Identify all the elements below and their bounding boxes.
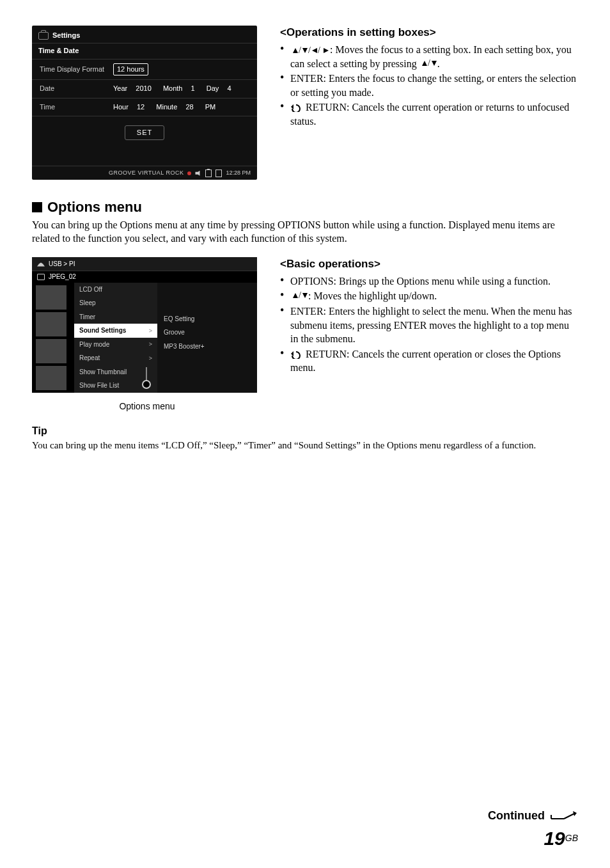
page-number: 19GB: [544, 826, 578, 852]
speaker-icon: [195, 171, 201, 176]
hour-label: Hour: [113, 102, 129, 112]
menu-item-label: Sound Settings: [79, 326, 126, 335]
basic-ops-b2-tail: : Moves the highlight up/down.: [308, 290, 437, 301]
set-button: SET: [125, 125, 164, 140]
menu-item-label: Play mode: [79, 340, 109, 349]
battery-icon: [205, 170, 212, 177]
options-screenshot: USB > PI JPEG_02 LCD Off Sleep Timer Sou…: [32, 257, 257, 393]
ops-list: ///: Moves the focus to a setting box. I…: [280, 43, 578, 129]
continued-label: Continued: [488, 808, 545, 823]
menu-item-highlight: Sound Settings>: [74, 324, 157, 338]
minute-value: 28: [185, 102, 193, 112]
basic-ops-item-arrows: /: Moves the highlight up/down.: [280, 289, 578, 303]
black-square-icon: [32, 202, 42, 212]
chevron-right-icon: >: [149, 340, 152, 348]
thumbnail: [36, 339, 66, 363]
page-number-value: 19: [544, 828, 565, 849]
status-clock: 12:28 PM: [226, 169, 251, 177]
ops-item-enter: ENTER: Enters the focus to change the se…: [280, 72, 578, 99]
status-bar: GROOVE VIRTUAL ROCK 12:28 PM: [32, 166, 257, 180]
screen-icon: [215, 170, 222, 177]
settings-screenshot: Settings Time & Date Time Display Format…: [32, 26, 257, 180]
thumbnail: [36, 366, 66, 390]
svg-text:/: /: [428, 58, 430, 67]
menu-item: Repeat>: [74, 351, 157, 365]
settings-title: Settings: [52, 31, 80, 40]
svg-text:/: /: [299, 290, 301, 299]
crumb2: JPEG_02: [49, 272, 76, 281]
day-value: 4: [227, 84, 231, 93]
folder-icon: [37, 274, 45, 280]
thumbnail-strip: [32, 283, 74, 393]
svg-point-6: [292, 357, 293, 358]
chevron-right-icon: >: [149, 354, 152, 362]
basic-ops-item-return: RETURN: Cancels the current operation or…: [280, 347, 578, 375]
record-icon: [187, 171, 191, 175]
ops-heading: <Operations in setting boxes>: [280, 26, 578, 40]
menu-item: Sleep: [74, 296, 157, 310]
basic-ops-b4-text: RETURN: Cancels the current operation or…: [290, 349, 561, 374]
ops-item-return: RETURN: Cancels the current operation or…: [280, 100, 578, 128]
basic-ops-item-enter: ENTER: Enters the highlight to select th…: [280, 304, 578, 346]
month-value: 1: [191, 84, 195, 93]
thumbnail: [36, 285, 66, 310]
submenu-item: Groove: [157, 326, 257, 340]
month-label: Month: [163, 84, 183, 93]
svg-text:/: /: [299, 45, 301, 54]
options-caption: Options menu: [32, 400, 262, 413]
ops-b1-tail2: .: [437, 58, 440, 69]
submenu-item: EQ Setting: [157, 312, 257, 326]
minute-label: Minute: [156, 102, 177, 112]
svg-text:/: /: [318, 45, 320, 54]
basic-ops-list: OPTIONS: Brings up the Options menu whil…: [280, 274, 578, 375]
arrow-up-down-left-right-icon: ///: [290, 44, 330, 55]
format-value: 12 hours: [113, 63, 148, 75]
thumbnail: [36, 312, 66, 336]
year-label: Year: [113, 84, 127, 93]
chevron-right-icon: >: [149, 327, 152, 335]
menu-item: Timer: [74, 310, 157, 324]
hour-value: 12: [137, 102, 145, 112]
year-value: 2010: [136, 84, 151, 93]
ampm-value: PM: [205, 102, 216, 112]
menu-item: LCD Off: [74, 283, 157, 297]
menu-item: Play mode>: [74, 338, 157, 352]
time-label: Time: [40, 102, 113, 112]
tip-label: Tip: [32, 424, 578, 438]
scroll-indicator: [142, 367, 151, 389]
svg-point-4: [292, 110, 293, 111]
svg-text:/: /: [308, 45, 311, 54]
crumb1: USB > PI: [49, 260, 75, 269]
format-label: Time Display Format: [40, 65, 113, 74]
page-suffix: GB: [565, 832, 578, 842]
day-label: Day: [207, 84, 219, 93]
continued-arrow-icon: [550, 810, 578, 821]
ops-item-arrows: ///: Moves the focus to a setting box. I…: [280, 43, 578, 70]
date-label: Date: [40, 84, 113, 93]
options-heading: Options menu: [47, 198, 142, 217]
basic-ops-heading: <Basic operations>: [280, 257, 578, 272]
status-text: GROOVE VIRTUAL ROCK: [109, 169, 184, 177]
tip-body: You can bring up the menu items “LCD Off…: [32, 439, 578, 452]
settings-subtitle: Time & Date: [32, 43, 257, 58]
options-body: You can bring up the Options menu at any…: [32, 218, 578, 246]
basic-ops-item-options: OPTIONS: Brings up the Options menu whil…: [280, 274, 578, 288]
continued-indicator: Continued: [488, 808, 578, 823]
menu-item-label: Repeat: [79, 354, 100, 363]
arrow-up-down-icon: /: [419, 58, 437, 69]
ops-b3-text: RETURN: Cancels the current operation or…: [290, 102, 569, 127]
options-submenu: EQ Setting Groove MP3 Booster+: [157, 283, 257, 393]
arrow-up-down-icon: /: [290, 290, 308, 301]
return-icon: [290, 102, 303, 113]
submenu-item: MP3 Booster+: [157, 340, 257, 354]
options-section-header: Options menu: [32, 198, 578, 217]
toolbox-icon: [38, 32, 49, 40]
wifi-icon: [37, 262, 45, 267]
return-icon: [290, 349, 303, 359]
